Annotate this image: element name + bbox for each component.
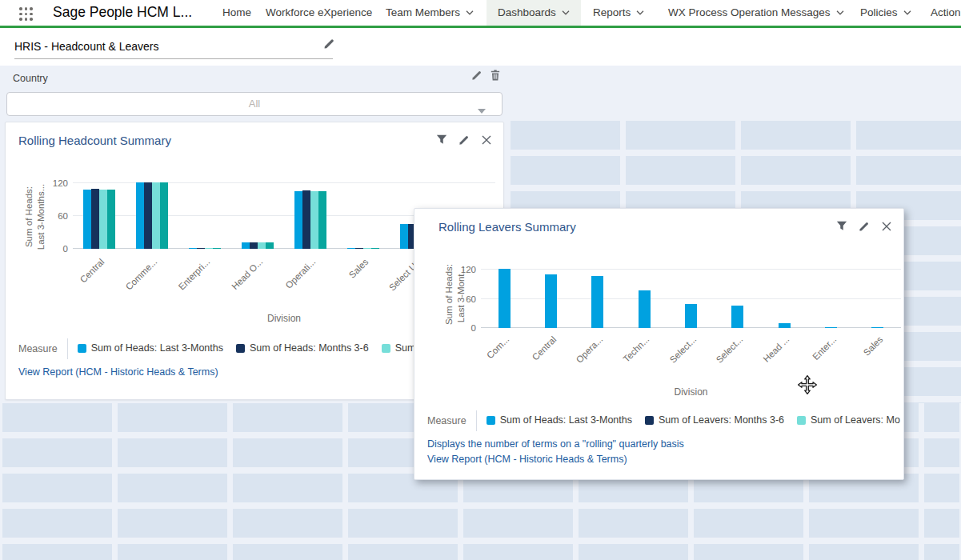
chart-bar[interactable]: [591, 276, 603, 328]
nav-item-wx-process-operation-messages[interactable]: WX Process Operation Messages: [668, 0, 844, 26]
close-icon[interactable]: [880, 220, 892, 232]
chart-bar[interactable]: [545, 274, 557, 328]
chart-bar[interactable]: [205, 248, 213, 250]
edit-icon[interactable]: [471, 70, 483, 84]
nav-item-workforce-experience[interactable]: Workforce eXperience: [266, 0, 372, 26]
chart-bar[interactable]: [731, 306, 743, 328]
chart-bar[interactable]: [197, 248, 205, 250]
chart-bar[interactable]: [363, 248, 371, 250]
chart-bar[interactable]: [371, 248, 379, 250]
chart-bar[interactable]: [318, 191, 326, 249]
legend-item[interactable]: Sum of Heads: Months 3-6: [236, 342, 369, 354]
y-axis-label: Sum of Heads: Last 3-Months...: [23, 157, 47, 277]
move-cursor-icon: [797, 374, 818, 398]
chart-bar[interactable]: [499, 269, 511, 328]
chart-legend: Measure Sum of Heads: Last 3-MonthsSum o…: [427, 410, 900, 431]
legend-item-label: Sum of Leavers: Months 7-9: [811, 414, 900, 426]
widget-rolling-leavers-summary: Rolling Leavers Summary Sum of Heads: La…: [414, 208, 904, 480]
chart-bar[interactable]: [189, 248, 197, 250]
chart-bar[interactable]: [83, 190, 91, 249]
chart-bar[interactable]: [144, 182, 152, 249]
chart-bar[interactable]: [871, 327, 883, 329]
chart-bar[interactable]: [250, 242, 258, 249]
edit-icon[interactable]: [858, 220, 870, 232]
category-label: Operati...: [254, 257, 317, 320]
category-label: Head O...: [201, 257, 264, 320]
chart-bar[interactable]: [160, 182, 168, 249]
chart-bar[interactable]: [136, 182, 144, 249]
nav-item-dashboards[interactable]: Dashboards: [487, 0, 581, 26]
chart-bar[interactable]: [266, 242, 274, 249]
nav-item-team-members[interactable]: Team Members: [386, 0, 474, 26]
legend-item-label: Sum of Heads: Last 3-Months: [500, 414, 632, 426]
nav-item-reports[interactable]: Reports: [593, 0, 644, 26]
category-label: Comme...: [95, 257, 158, 320]
y-tick-label: 60: [46, 211, 68, 221]
legend-item[interactable]: Sum of Leavers: Months 3-6: [645, 414, 784, 426]
dashboard-title-field: HRIS - Headcount & Leavers: [14, 39, 333, 59]
legend-item-label: Sum of Heads: Last 3-Months: [91, 342, 223, 354]
y-tick-label: 120: [454, 265, 476, 274]
chart-bar[interactable]: [400, 224, 408, 249]
chart-bar[interactable]: [258, 242, 266, 249]
legend-item-label: Sum of Heads: Months 3-6: [250, 342, 369, 354]
y-tick-label: 120: [46, 178, 68, 188]
filter-icon[interactable]: [835, 220, 847, 232]
widget-title: Rolling Leavers Summary: [438, 220, 576, 234]
trash-icon[interactable]: [491, 70, 500, 84]
legend-item[interactable]: Sum of Heads: Last 3-Months: [487, 414, 632, 426]
category-label: Sales: [306, 257, 370, 320]
chart-bar[interactable]: [91, 189, 99, 249]
chart-bar[interactable]: [347, 248, 355, 250]
legend-divider: [67, 338, 68, 359]
chart-bar[interactable]: [639, 290, 651, 328]
chart-bar[interactable]: [302, 190, 310, 249]
edit-icon[interactable]: [323, 38, 335, 53]
country-filter-label: Country: [13, 73, 48, 84]
view-report-link[interactable]: View Report (HCM - Historic Heads & Term…: [18, 366, 218, 378]
category-label: Central: [42, 257, 106, 320]
top-navigation-bar: Sage People HCM L... HomeWorkforce eXper…: [0, 0, 961, 28]
chart-bar[interactable]: [242, 242, 250, 249]
legend-divider: [476, 410, 477, 431]
category-label: Enterpri...: [148, 257, 211, 320]
legend-swatch: [797, 416, 806, 425]
legend-swatch: [236, 344, 245, 353]
caret-down-icon: [478, 102, 486, 117]
y-tick-label: 0: [46, 244, 68, 254]
country-filter-select[interactable]: All: [6, 92, 503, 116]
chart-bar[interactable]: [107, 190, 115, 249]
nav-item-policies[interactable]: Policies: [860, 0, 911, 26]
legend-item[interactable]: Sum of Leavers: Months 7-9: [797, 414, 900, 426]
chart-bar[interactable]: [825, 327, 837, 329]
chart-bar[interactable]: [310, 191, 318, 249]
chart-bar[interactable]: [779, 323, 791, 328]
country-filter-value: All: [7, 98, 502, 110]
app-name: Sage People HCM L...: [53, 4, 192, 21]
widget-title: Rolling Headcount Summary: [18, 134, 171, 147]
view-report-link[interactable]: View Report (HCM - Historic Heads & Term…: [427, 454, 627, 465]
legend-item[interactable]: Sum of Heads: Last 3-Months: [78, 342, 223, 354]
widget-description: Displays the number of terms on a "rolli…: [427, 438, 684, 450]
dashboard-canvas: Country All Rolling Headcount Summary: [0, 66, 961, 560]
legend-swatch: [382, 344, 390, 353]
nav-item-action[interactable]: Action: [931, 0, 961, 26]
chart-bar[interactable]: [294, 191, 302, 249]
legend-measure-label: Measure: [18, 343, 58, 354]
legend-swatch: [487, 416, 495, 425]
chart-bar[interactable]: [213, 248, 221, 250]
chart-bar[interactable]: [685, 304, 697, 328]
gridline: [481, 298, 901, 299]
chart-bar[interactable]: [152, 182, 160, 249]
bar-chart: 060120Com...CentralOpera...Techn...Selec…: [481, 267, 901, 328]
legend-measure-label: Measure: [427, 415, 466, 426]
nav-item-home[interactable]: Home: [222, 0, 251, 26]
close-icon[interactable]: [480, 134, 492, 146]
chart-bar[interactable]: [355, 248, 363, 250]
filter-icon[interactable]: [435, 134, 447, 146]
app-launcher-icon[interactable]: [19, 7, 33, 21]
chart-bar[interactable]: [99, 190, 107, 249]
y-tick-label: 0: [454, 323, 476, 333]
edit-icon[interactable]: [458, 134, 470, 146]
app-window: Sage People HCM L... HomeWorkforce eXper…: [0, 0, 961, 560]
